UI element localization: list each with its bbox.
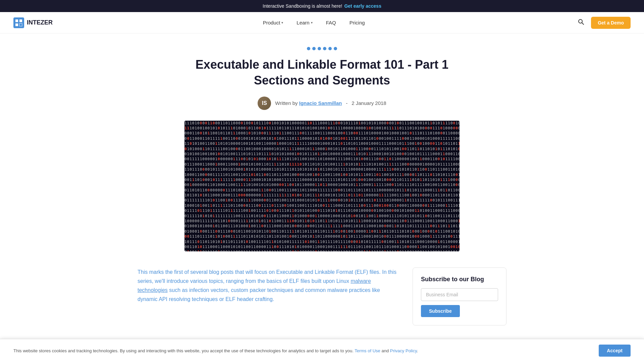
product-chevron-icon: ▾ (281, 21, 283, 24)
article-intro: This marks the first of several blog pos… (138, 267, 399, 304)
hero-image: 1110100001100011011000010001011100100101… (184, 121, 460, 251)
nav-links: Product ▾ Learn ▾ FAQ Pricing (258, 17, 370, 28)
banner-text: Interactive Sandboxing is almost here! (263, 3, 342, 9)
nav-pricing[interactable]: Pricing (344, 17, 370, 28)
author-avatar: IS (258, 97, 271, 110)
subscribe-box: Subscribe to our Blog Subscribe (413, 267, 506, 325)
category-dot (328, 47, 332, 50)
author-name-link[interactable]: Ignacio Sanmillan (299, 100, 342, 106)
svg-rect-3 (15, 23, 18, 26)
search-button[interactable] (575, 16, 587, 29)
learn-chevron-icon: ▾ (311, 21, 313, 24)
navigation: INTEZER Product ▾ Learn ▾ FAQ Pricing Ge… (0, 12, 644, 34)
svg-rect-0 (13, 17, 24, 28)
nav-learn[interactable]: Learn ▾ (291, 17, 318, 28)
article-title: Executable and Linkable Format 101 - Par… (188, 57, 456, 88)
banner-cta[interactable]: Get early access (344, 3, 381, 9)
nav-right: Get a Demo (575, 16, 631, 29)
main-content: Executable and Linkable Format 101 - Par… (121, 34, 523, 346)
get-demo-button[interactable]: Get a Demo (591, 17, 631, 29)
separator: - (346, 100, 347, 106)
binary-background: 1110100001100011011000010001011100100101… (184, 121, 460, 251)
category-dot (318, 47, 321, 50)
search-icon (578, 18, 584, 25)
article-date: 2 January 2018 (352, 100, 386, 106)
logo-icon (13, 17, 24, 28)
subscribe-title: Subscribe to our Blog (421, 276, 498, 283)
nav-product[interactable]: Product ▾ (258, 17, 289, 28)
category-dot (334, 47, 337, 50)
svg-rect-1 (15, 19, 18, 22)
top-banner: Interactive Sandboxing is almost here! G… (0, 0, 644, 12)
written-by-label: Written by Ignacio Sanmillan (275, 100, 342, 106)
cookie-banner: This website stores cookies and tracking… (0, 339, 644, 346)
article-body: This marks the first of several blog pos… (138, 267, 399, 304)
svg-line-6 (582, 23, 584, 24)
category-dot (307, 47, 310, 50)
email-input[interactable] (421, 288, 498, 301)
category-dots (127, 47, 517, 50)
category-dot (323, 47, 326, 50)
logo-text: INTEZER (27, 19, 53, 26)
subscribe-button[interactable]: Subscribe (421, 305, 460, 317)
svg-rect-4 (19, 23, 22, 26)
accept-button[interactable]: Accept (599, 345, 631, 346)
malware-technologies-link[interactable]: malware technologies (138, 278, 371, 293)
author-line: IS Written by Ignacio Sanmillan - 2 Janu… (127, 97, 517, 110)
svg-rect-2 (19, 19, 22, 22)
content-area: This marks the first of several blog pos… (138, 267, 506, 325)
nav-faq[interactable]: FAQ (321, 17, 341, 28)
category-dot (312, 47, 316, 50)
sidebar: Subscribe to our Blog Subscribe (413, 267, 506, 325)
logo-link[interactable]: INTEZER (13, 17, 53, 28)
